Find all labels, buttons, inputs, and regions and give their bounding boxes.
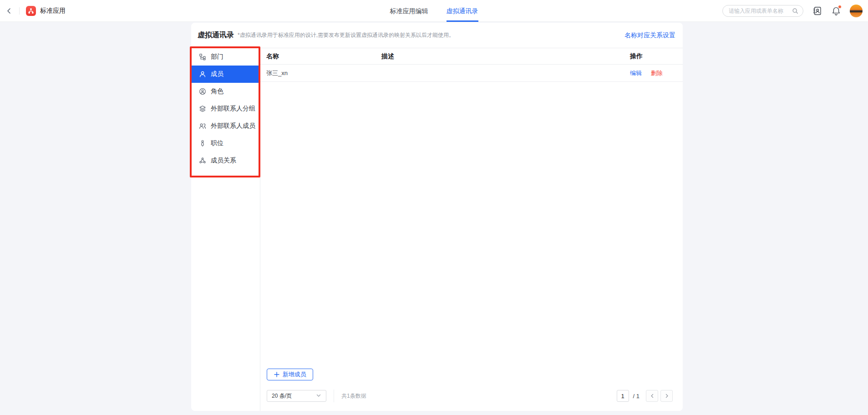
sidebar-item-label: 外部联系人分组 — [211, 105, 255, 113]
prev-page-button[interactable] — [646, 390, 658, 402]
contacts-sidebar: 部门 成员 — [191, 48, 260, 411]
relation-icon — [199, 157, 206, 164]
page-size-value: 20 条/页 — [272, 392, 292, 400]
pager-divider — [334, 390, 334, 402]
user-icon — [199, 71, 206, 78]
sidebar-item-label: 成员 — [211, 70, 223, 78]
global-search[interactable] — [722, 5, 803, 17]
name-mapping-settings-link[interactable]: 名称对应关系设置 — [624, 31, 675, 40]
chevron-down-icon — [316, 393, 321, 400]
user-avatar[interactable] — [850, 5, 863, 17]
tie-icon — [199, 140, 206, 147]
sidebar-item-external-contact-member[interactable]: 外部联系人成员 — [191, 117, 260, 135]
sidebar-item-position[interactable]: 职位 — [191, 135, 260, 152]
sidebar-item-external-contact-group[interactable]: 外部联系人分组 — [191, 100, 260, 117]
sidebar-item-member[interactable]: 成员 — [191, 66, 260, 83]
topbar: 标准应用 标准应用编辑 虚拟通讯录 — [0, 0, 868, 22]
member-name-cell: 张三_xn — [266, 69, 381, 77]
next-page-button[interactable] — [660, 390, 673, 402]
tab-virtual-contacts[interactable]: 虚拟通讯录 — [447, 0, 478, 22]
page-subtitle: *虚拟通讯录用于标准应用的设计,需要发布更新设置虚拟通讯录的映射关系以后才能使用… — [238, 31, 454, 39]
plus-icon — [274, 372, 279, 377]
app-title: 标准应用 — [40, 7, 66, 15]
sidebar-item-label: 外部联系人成员 — [211, 122, 255, 130]
sidebar-item-member-relation[interactable]: 成员关系 — [191, 152, 260, 169]
sidebar-item-label: 部门 — [211, 53, 223, 61]
panel-body: 部门 成员 — [191, 48, 683, 411]
search-input[interactable] — [729, 8, 792, 14]
sidebar-item-label: 成员关系 — [211, 157, 236, 165]
table-header-row: 名称 描述 操作 — [260, 48, 683, 65]
contacts-book-icon[interactable] — [812, 6, 822, 16]
column-header-name: 名称 — [266, 52, 381, 61]
add-member-button[interactable]: 新增成员 — [267, 369, 313, 380]
table-empty-space — [260, 82, 683, 369]
page-size-select[interactable]: 20 条/页 — [267, 390, 326, 402]
topbar-divider — [19, 7, 20, 15]
tab-standard-app-edit[interactable]: 标准应用编辑 — [390, 0, 428, 22]
pager-controls: / 1 — [617, 390, 673, 402]
layers-icon — [199, 105, 206, 112]
notification-badge — [838, 5, 842, 9]
topbar-tabs: 标准应用编辑 虚拟通讯录 — [390, 0, 478, 22]
virtual-contacts-panel: 虚拟通讯录 *虚拟通讯录用于标准应用的设计,需要发布更新设置虚拟通讯录的映射关系… — [191, 23, 683, 411]
sidebar-item-label: 角色 — [211, 87, 223, 96]
panel-header: 虚拟通讯录 *虚拟通讯录用于标准应用的设计,需要发布更新设置虚拟通讯录的映射关系… — [191, 23, 683, 48]
pagination-bar: 20 条/页 共1条数据 / 1 — [267, 390, 673, 402]
search-icon[interactable] — [792, 8, 798, 14]
add-member-label: 新增成员 — [283, 370, 306, 379]
column-header-actions: 操作 — [630, 52, 670, 61]
sidebar-item-department[interactable]: 部门 — [191, 48, 260, 66]
topbar-right — [722, 0, 863, 22]
row-actions-cell: 编辑 删除 — [630, 69, 670, 77]
chevron-left-icon — [650, 393, 655, 399]
chevron-left-icon — [5, 7, 13, 15]
page-total-label: / 1 — [633, 393, 640, 400]
app-logo-icon — [26, 6, 36, 16]
table-row: 张三_xn 编辑 删除 — [260, 65, 683, 82]
back-button[interactable] — [0, 0, 18, 22]
role-icon — [199, 88, 206, 95]
notification-bell-icon[interactable] — [832, 6, 841, 15]
chevron-right-icon — [664, 393, 670, 399]
sidebar-item-role[interactable]: 角色 — [191, 83, 260, 100]
edit-link[interactable]: 编辑 — [630, 70, 642, 76]
users-icon — [199, 122, 206, 130]
page-number-input[interactable] — [617, 390, 629, 402]
page-title: 虚拟通讯录 — [198, 30, 234, 40]
column-header-description: 描述 — [381, 52, 630, 61]
org-tree-icon — [199, 53, 206, 61]
sidebar-item-label: 职位 — [211, 139, 223, 147]
delete-link[interactable]: 删除 — [651, 70, 663, 76]
total-count-label: 共1条数据 — [341, 392, 366, 400]
member-table-area: 名称 描述 操作 张三_xn 编辑 删除 新增成员 — [260, 48, 683, 411]
